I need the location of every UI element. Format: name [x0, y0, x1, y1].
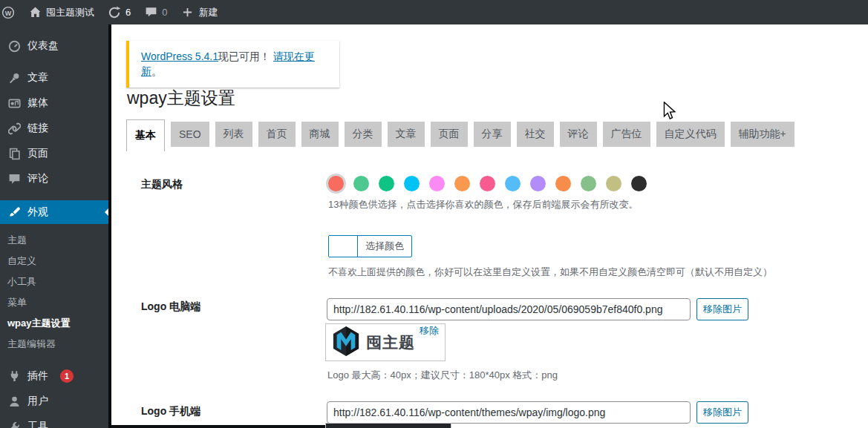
admin-sidebar: 仪表盘 文章 媒体 链接 页面	[0, 24, 111, 428]
tab-shop[interactable]: 商城	[301, 122, 339, 147]
brush-icon	[7, 205, 21, 219]
sidebar-item-label: 评论	[27, 172, 48, 185]
submenu-label: 自定义	[7, 254, 36, 268]
tab-list[interactable]: 列表	[215, 122, 252, 147]
tab-home[interactable]: 首页	[258, 122, 296, 147]
sidebar-item-users[interactable]: 用户	[0, 389, 111, 414]
sidebar-item-links[interactable]: 链接	[0, 116, 111, 141]
sidebar-item-label: 仪表盘	[27, 39, 59, 53]
submenu-item-wpay-settings[interactable]: wpay主题设置	[0, 313, 111, 334]
theme-color-swatch[interactable]	[505, 176, 521, 191]
tab-share[interactable]: 分享	[474, 122, 511, 147]
sidebar-item-appearance[interactable]: 外观	[0, 200, 111, 224]
submenu-label: wpay主题设置	[7, 317, 71, 330]
tab-category[interactable]: 分类	[345, 122, 382, 147]
remove-pc-image-button[interactable]: 移除图片	[696, 298, 748, 320]
pushpin-icon	[7, 71, 21, 85]
update-notice: WordPress 5.4.1现已可用！ 请现在更新。	[126, 41, 339, 88]
sidebar-item-label: 外观	[27, 205, 48, 219]
theme-color-swatch[interactable]	[606, 176, 621, 191]
update-icon	[108, 6, 121, 19]
tab-accessibility[interactable]: 辅助功能+	[731, 122, 794, 147]
sidebar-item-plugins[interactable]: 插件 1	[0, 363, 111, 389]
remove-pc-image-link[interactable]: 移除	[420, 324, 439, 338]
sidebar-item-label: 页面	[27, 147, 48, 160]
theme-style-label: 主题风格	[141, 178, 183, 191]
theme-color-swatch[interactable]	[581, 176, 596, 191]
sidebar-item-dashboard[interactable]: 仪表盘	[0, 33, 111, 59]
submenu-label: 主题编辑器	[7, 338, 56, 351]
comments-menu[interactable]: 0	[137, 0, 174, 24]
new-label: 新建	[198, 6, 218, 19]
logo-preview-text: 囤主题	[366, 332, 415, 353]
logo-pc-label: Logo 电脑端	[141, 300, 200, 314]
sidebar-item-posts[interactable]: 文章	[0, 65, 111, 90]
theme-color-swatch[interactable]	[631, 176, 647, 191]
admin-bar: W 囤主题测试 6 0 新建	[0, 0, 868, 24]
tab-custom-code[interactable]: 自定义代码	[656, 122, 725, 147]
theme-color-swatch[interactable]	[404, 176, 420, 191]
theme-color-swatch[interactable]	[530, 176, 546, 191]
tab-page[interactable]: 页面	[431, 122, 468, 147]
hexagon-m-logo-icon	[332, 326, 360, 360]
plus-icon	[180, 6, 194, 19]
theme-color-swatch[interactable]	[429, 176, 445, 191]
page-title: wpay主题设置	[127, 87, 235, 110]
tab-comment[interactable]: 评论	[560, 122, 597, 147]
chain-link-icon	[7, 122, 21, 135]
settings-tabs: 基本 SEO 列表 首页 商城 分类 文章 页面 分享 社交 评论 广告位 自定…	[126, 119, 794, 151]
notice-text: 现已可用！	[218, 50, 273, 62]
updates-menu[interactable]: 6	[101, 0, 137, 24]
tab-seo[interactable]: SEO	[171, 122, 209, 147]
custom-color-picker[interactable]: 选择颜色	[328, 235, 412, 257]
theme-color-swatch[interactable]	[328, 176, 344, 191]
wordpress-version-link[interactable]: WordPress 5.4.1	[141, 50, 218, 62]
logo-pc-url-input[interactable]	[327, 298, 691, 320]
svg-text:W: W	[5, 9, 12, 16]
user-icon	[7, 395, 21, 408]
submenu-item-theme-editor[interactable]: 主题编辑器	[0, 334, 111, 355]
tab-basic[interactable]: 基本	[126, 119, 165, 151]
comment-icon	[144, 6, 157, 19]
new-content-menu[interactable]: 新建	[174, 0, 224, 24]
appearance-submenu: 主题 自定义 小工具 菜单 wpay主题设置 主题编辑器	[0, 224, 111, 362]
update-count: 6	[125, 7, 131, 18]
theme-color-swatch[interactable]	[353, 176, 369, 191]
media-icon	[7, 96, 21, 110]
sidebar-item-tools[interactable]: 工具	[0, 414, 111, 428]
sidebar-item-label: 用户	[27, 395, 48, 408]
theme-color-swatch[interactable]	[454, 176, 470, 191]
notice-period: 。	[151, 65, 162, 77]
theme-color-swatches	[328, 176, 647, 191]
logo-pc-hint: Logo 最大高：40px；建议尺寸：180*40px 格式：png	[327, 369, 558, 382]
tab-social[interactable]: 社交	[517, 122, 554, 147]
theme-color-swatch[interactable]	[480, 176, 495, 191]
theme-style-hint: 13种颜色供选择，点击选择你喜欢的颜色，保存后前端展示会有所改变。	[328, 198, 638, 211]
tab-ads[interactable]: 广告位	[603, 122, 650, 147]
submenu-item-themes[interactable]: 主题	[0, 230, 111, 251]
site-name-menu[interactable]: 囤主题测试	[22, 0, 101, 24]
custom-color-hint: 不喜欢上面提供的颜色，你好可以在这里自定义设置，如果不用自定义颜色清空即可（默认…	[328, 266, 772, 279]
sidebar-item-label: 工具	[27, 420, 48, 428]
sidebar-item-label: 文章	[27, 71, 48, 85]
sidebar-item-pages[interactable]: 页面	[0, 141, 111, 166]
color-picker-swatch	[329, 236, 358, 257]
site-name-label: 囤主题测试	[46, 6, 94, 19]
submenu-item-customize[interactable]: 自定义	[0, 251, 111, 271]
wrench-icon	[7, 420, 21, 428]
theme-color-swatch[interactable]	[379, 176, 394, 191]
remove-mobile-image-button[interactable]: 移除图片	[696, 401, 748, 424]
sidebar-edge-divider	[108, 24, 111, 428]
submenu-item-widgets[interactable]: 小工具	[0, 271, 111, 292]
sidebar-item-media[interactable]: 媒体	[0, 90, 111, 116]
theme-color-swatch[interactable]	[555, 176, 571, 191]
submenu-item-menus[interactable]: 菜单	[0, 292, 111, 313]
submenu-label: 菜单	[7, 296, 27, 309]
wordpress-logo-menu[interactable]: W	[0, 0, 22, 24]
tab-post[interactable]: 文章	[388, 122, 425, 147]
sidebar-item-comments[interactable]: 评论	[0, 166, 111, 191]
plugins-update-badge: 1	[60, 369, 74, 383]
plug-icon	[7, 369, 21, 383]
submenu-label: 主题	[7, 234, 27, 247]
logo-mobile-url-input[interactable]	[327, 401, 691, 424]
